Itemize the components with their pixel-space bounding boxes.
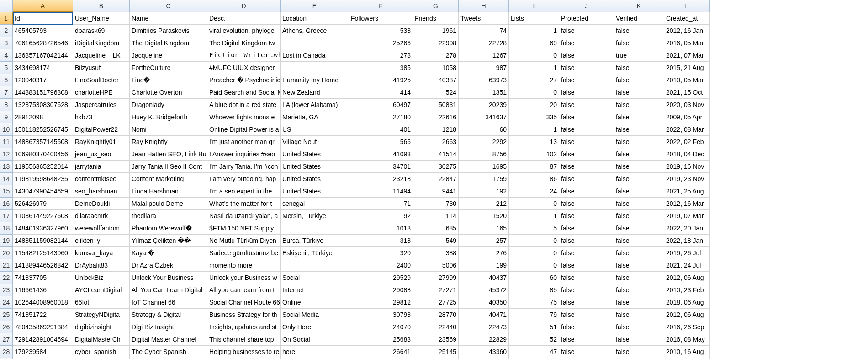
cell[interactable]: false bbox=[559, 25, 614, 37]
cell[interactable]: Yılmaz Çelikten �� bbox=[130, 235, 207, 247]
cell[interactable]: 0 bbox=[509, 235, 559, 247]
cell[interactable]: 2012, 06 Aug bbox=[664, 309, 710, 321]
row-header-7[interactable]: 7 bbox=[0, 86, 13, 99]
row-header-21[interactable]: 21 bbox=[0, 259, 13, 272]
cell[interactable]: Content Marketing bbox=[130, 173, 207, 185]
cell[interactable]: hkb73 bbox=[73, 111, 130, 123]
cell[interactable]: false bbox=[559, 99, 614, 111]
cell[interactable]: false bbox=[559, 346, 614, 358]
cell[interactable]: Dr Azra Özbek bbox=[130, 259, 207, 272]
cell[interactable]: Jaspercatrules bbox=[73, 99, 130, 111]
cell[interactable]: 0 bbox=[509, 198, 559, 210]
cell[interactable]: false bbox=[559, 111, 614, 123]
cell[interactable]: false bbox=[559, 49, 614, 62]
cell[interactable]: Only Here bbox=[281, 321, 349, 333]
cell[interactable]: false bbox=[559, 123, 614, 136]
cell[interactable]: 2400 bbox=[349, 259, 413, 272]
cell[interactable]: 22847 bbox=[413, 173, 459, 185]
cell[interactable]: 741351722 bbox=[13, 309, 73, 321]
cell[interactable] bbox=[281, 222, 349, 235]
cell[interactable]: Sadece gürültüsünüz be bbox=[207, 247, 281, 259]
cell[interactable]: 2663 bbox=[413, 136, 459, 148]
cell[interactable]: false bbox=[614, 284, 664, 296]
cell[interactable]: 41093 bbox=[349, 148, 413, 161]
cell[interactable]: 0 bbox=[509, 259, 559, 272]
cell[interactable]: Helping businesses to re bbox=[207, 346, 281, 358]
cell[interactable]: false bbox=[614, 62, 664, 74]
cell[interactable]: UnlockBiz bbox=[73, 272, 130, 284]
cell[interactable]: false bbox=[614, 321, 664, 333]
cell[interactable]: 2010, 23 Feb bbox=[664, 284, 710, 296]
cell[interactable]: Jarry Tania II Seo II Cont bbox=[130, 161, 207, 173]
cell[interactable]: 28770 bbox=[413, 309, 459, 321]
cell[interactable]: false bbox=[614, 272, 664, 284]
cell[interactable]: 278 bbox=[413, 49, 459, 62]
cell[interactable]: contentmktseo bbox=[73, 173, 130, 185]
row-header-18[interactable]: 18 bbox=[0, 222, 13, 235]
cell[interactable]: 27 bbox=[509, 74, 559, 86]
cell[interactable]: false bbox=[559, 296, 614, 309]
cell[interactable]: 1351 bbox=[459, 86, 509, 99]
cell[interactable]: Insights, updates and st bbox=[207, 321, 281, 333]
row-header-10[interactable]: 10 bbox=[0, 123, 13, 136]
cell[interactable]: 5 bbox=[509, 222, 559, 235]
cell[interactable]: 25145 bbox=[413, 346, 459, 358]
cell[interactable]: #MUFC UIUX designer bbox=[207, 62, 281, 74]
cell[interactable]: 9441 bbox=[413, 185, 459, 198]
row-header-19[interactable]: 19 bbox=[0, 235, 13, 247]
cell[interactable]: false bbox=[559, 37, 614, 49]
cell[interactable]: 1267 bbox=[459, 49, 509, 62]
cell[interactable]: dilaraacmrk bbox=[73, 210, 130, 222]
cell[interactable]: 1695 bbox=[459, 161, 509, 173]
row-header-16[interactable]: 16 bbox=[0, 198, 13, 210]
cell[interactable]: true bbox=[614, 49, 664, 62]
cell[interactable]: Athens, Greece bbox=[281, 25, 349, 37]
cell[interactable]: kumsar_kaya bbox=[73, 247, 130, 259]
cell[interactable]: StrategyNDigita bbox=[73, 309, 130, 321]
cell[interactable]: 27271 bbox=[413, 284, 459, 296]
cell[interactable]: senegal bbox=[281, 198, 349, 210]
row-header-15[interactable]: 15 bbox=[0, 185, 13, 198]
cell[interactable]: Digital Master Channel bbox=[130, 333, 207, 346]
cell[interactable]: jarrytania bbox=[73, 161, 130, 173]
cell[interactable]: 41925 bbox=[349, 74, 413, 86]
cell[interactable]: Preacher � Psychoclinic bbox=[207, 74, 281, 86]
cell[interactable]: Phantom Werewolf� bbox=[130, 222, 207, 235]
cell[interactable]: 22616 bbox=[413, 111, 459, 123]
row-header-8[interactable]: 8 bbox=[0, 99, 13, 111]
cell[interactable]: false bbox=[614, 247, 664, 259]
row-header-9[interactable]: 9 bbox=[0, 111, 13, 123]
cell[interactable]: false bbox=[614, 346, 664, 358]
cell[interactable]: 199 bbox=[459, 259, 509, 272]
cell[interactable]: 40437 bbox=[459, 272, 509, 284]
cell[interactable]: 2021, 24 Jul bbox=[664, 259, 710, 272]
cell[interactable]: 2010, 16 Aug bbox=[664, 346, 710, 358]
cell[interactable]: 116661436 bbox=[13, 284, 73, 296]
cell[interactable]: false bbox=[614, 309, 664, 321]
cell[interactable]: Internet bbox=[281, 284, 349, 296]
cell[interactable]: 11494 bbox=[349, 185, 413, 198]
cell[interactable]: 1 bbox=[509, 62, 559, 74]
col-header-F[interactable]: F bbox=[349, 0, 413, 12]
cell[interactable]: 2292 bbox=[459, 136, 509, 148]
cell[interactable]: werewolffantom bbox=[73, 222, 130, 235]
cell[interactable] bbox=[281, 259, 349, 272]
cell[interactable]: 729142891004694 bbox=[13, 333, 73, 346]
cell[interactable]: All You Can Learn Digital bbox=[130, 284, 207, 296]
cell[interactable]: 192 bbox=[459, 185, 509, 198]
row-header-13[interactable]: 13 bbox=[0, 161, 13, 173]
cell[interactable]: 526426979 bbox=[13, 198, 73, 210]
cell[interactable]: 102644008960018 bbox=[13, 296, 73, 309]
cell[interactable]: 30275 bbox=[413, 161, 459, 173]
cell[interactable]: false bbox=[559, 247, 614, 259]
cell[interactable]: false bbox=[559, 148, 614, 161]
cell[interactable]: 47 bbox=[509, 346, 559, 358]
cell[interactable]: false bbox=[559, 136, 614, 148]
cell[interactable]: 741337705 bbox=[13, 272, 73, 284]
cell[interactable]: 2018, 04 Dec bbox=[664, 148, 710, 161]
cell[interactable]: 1 bbox=[509, 210, 559, 222]
cell[interactable]: 320 bbox=[349, 247, 413, 259]
cell[interactable]: here bbox=[281, 346, 349, 358]
cell[interactable]: 22728 bbox=[459, 37, 509, 49]
header-cell[interactable]: Name bbox=[130, 12, 207, 25]
